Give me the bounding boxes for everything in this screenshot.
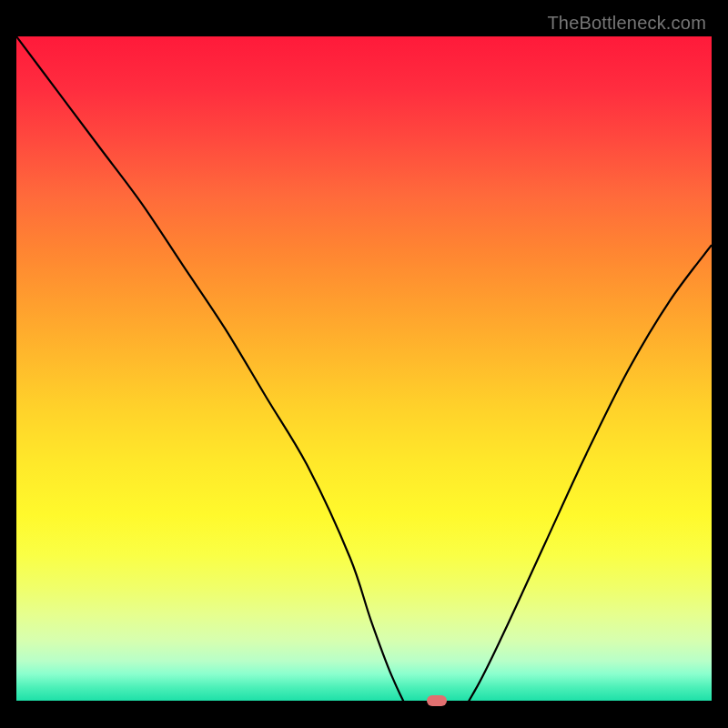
curve-svg — [16, 36, 712, 728]
optimal-point-marker — [427, 695, 447, 706]
bottleneck-curve — [16, 36, 712, 728]
watermark-text: TheBottleneck.com — [547, 13, 706, 34]
plot-area — [16, 36, 712, 701]
chart-frame: TheBottleneck.com — [0, 0, 728, 728]
